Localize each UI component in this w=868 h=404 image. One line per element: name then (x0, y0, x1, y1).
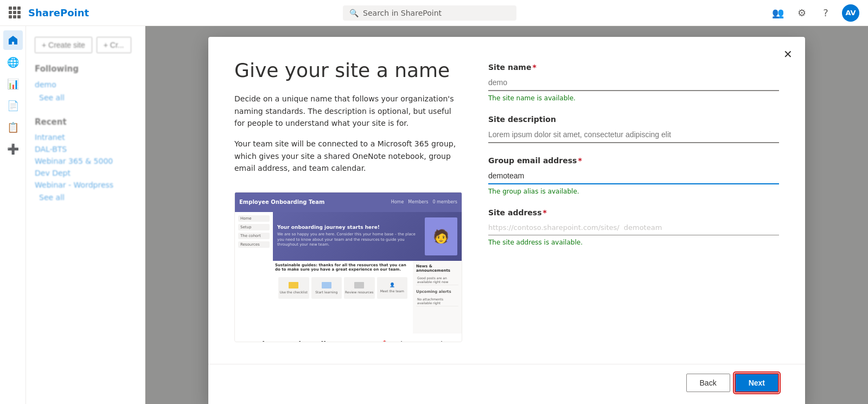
topbar: SharePoint 🔍 Search in SharePoint 👥 ⚙ ? … (0, 0, 868, 26)
site-address-prefix: https://contoso.sharepoint.com/sites/ (488, 223, 620, 232)
recent-item-3[interactable]: Dev Dept (35, 167, 136, 179)
sidebar-chart-icon[interactable]: 📊 (3, 74, 23, 93)
recent-item-0[interactable]: Intranet (35, 131, 136, 143)
create-other-button[interactable]: + Cr... (97, 37, 131, 53)
topbar-right: 👥 ⚙ ? AV (770, 4, 859, 22)
pencil-icon: ✏️ (382, 340, 392, 342)
site-description-label: Site description (488, 115, 779, 124)
template-preview: Employee Onboarding Team HomeMembers0 me… (234, 192, 462, 342)
next-button[interactable]: Next (735, 373, 779, 393)
recent-item-4[interactable]: Webinar - Wordpress (35, 179, 136, 191)
site-address-row: https://contoso.sharepoint.com/sites/ de… (488, 220, 779, 235)
people-icon[interactable]: 👥 (770, 5, 786, 21)
group-email-label: Group email address* (488, 156, 779, 165)
recent-item-1[interactable]: DAL-BTS (35, 143, 136, 155)
site-description-group: Site description (488, 115, 779, 143)
modal-overlay: ✕ Give your site a name Decide on a uniq… (145, 26, 868, 404)
dialog: ✕ Give your site a name Decide on a uniq… (208, 37, 805, 404)
site-address-group: Site address* https://contoso.sharepoint… (488, 208, 779, 246)
recent-see-all[interactable]: See all (35, 191, 136, 204)
back-button[interactable]: Back (686, 374, 730, 392)
create-site-button[interactable]: + Create site (35, 37, 92, 53)
dialog-right-panel: Site name* The site name is available. S… (488, 59, 779, 342)
following-see-all[interactable]: See all (35, 91, 136, 104)
dialog-left-panel: Give your site a name Decide on a unique… (234, 59, 462, 342)
dialog-description-1: Decide on a unique name that follows you… (234, 93, 462, 129)
site-name-group: Site name* The site name is available. (488, 63, 779, 102)
following-item-demo[interactable]: demo (35, 78, 136, 91)
template-preview-image: Employee Onboarding Team HomeMembers0 me… (235, 193, 462, 334)
dialog-body: Give your site a name Decide on a unique… (208, 37, 805, 364)
recent-title: Recent (35, 117, 136, 127)
recent-section: Recent Intranet DAL-BTS Webinar 365 & 50… (26, 111, 145, 210)
page-layout: 🌐 📊 📄 📋 ➕ + Create site + Cr... Followin… (0, 26, 868, 404)
search-box[interactable]: 🔍 Search in SharePoint (343, 5, 516, 21)
sidebar-doc-icon[interactable]: 📄 (3, 95, 23, 115)
site-address-required: * (543, 208, 547, 217)
template-label: Employee onboarding team ✏️ Change templ… (235, 334, 462, 342)
search-icon: 🔍 (349, 9, 359, 17)
site-name-required: * (532, 63, 536, 72)
dialog-footer: Back Next (208, 364, 805, 404)
avatar[interactable]: AV (842, 4, 859, 22)
template-name: Employee onboarding team (244, 340, 361, 342)
group-email-hint: The group alias is available. (488, 188, 779, 195)
sidebar-nav: + Create site + Cr... Following demo See… (26, 26, 145, 404)
group-email-input[interactable] (488, 168, 779, 184)
site-name-label: Site name* (488, 63, 779, 72)
sidebar-list-icon[interactable]: 📋 (3, 117, 23, 137)
brand-name: SharePoint (28, 7, 89, 18)
sidebar-globe-icon[interactable]: 🌐 (3, 52, 23, 72)
site-address-value: demoteam (624, 223, 662, 232)
waffle-icon[interactable] (9, 7, 22, 20)
site-name-hint: The site name is available. (488, 94, 779, 102)
close-button[interactable]: ✕ (779, 46, 796, 63)
search-placeholder: Search in SharePoint (363, 9, 442, 17)
sidebar-home-icon[interactable] (3, 30, 23, 50)
help-icon[interactable]: ? (818, 5, 833, 21)
group-email-group: Group email address* The group alias is … (488, 156, 779, 195)
following-section: Following demo See all (26, 57, 145, 111)
settings-icon[interactable]: ⚙ (794, 5, 809, 21)
site-address-hint: The site address is available. (488, 239, 779, 246)
recent-item-2[interactable]: Webinar 365 & 5000 (35, 155, 136, 167)
sidebar-plus-icon[interactable]: ➕ (3, 139, 23, 158)
topbar-left: SharePoint (9, 7, 89, 20)
dialog-description-2: Your team site will be connected to a Mi… (234, 138, 462, 174)
main-content: ✕ Give your site a name Decide on a uniq… (145, 26, 868, 404)
following-title: Following (35, 64, 136, 74)
site-address-label: Site address* (488, 208, 779, 217)
site-name-input[interactable] (488, 75, 779, 91)
change-template-button[interactable]: ✏️ Change template (382, 340, 453, 342)
sidebar-icons: 🌐 📊 📄 📋 ➕ (0, 26, 26, 404)
site-description-input[interactable] (488, 127, 779, 143)
dialog-title: Give your site a name (234, 59, 462, 82)
group-email-required: * (578, 156, 582, 165)
topbar-center: 🔍 Search in SharePoint (89, 5, 770, 21)
